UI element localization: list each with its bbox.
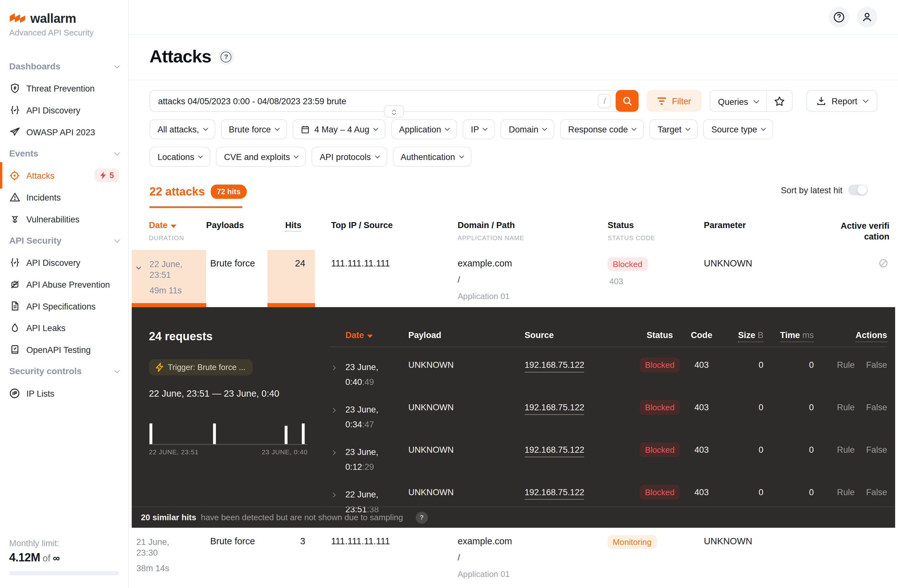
sidebar-item-api-specifications[interactable]: API Specifications [0,295,128,317]
sidebar-section-events[interactable]: Events [0,143,128,165]
false-link[interactable]: False [866,487,887,497]
attack-domain-cell[interactable]: example.com / Application 01 [458,250,607,307]
chevron-down-icon [632,126,637,131]
sidebar-item-incidents[interactable]: Incidents [0,186,128,208]
sidebar-item-owasp-api-2023[interactable]: OWASP API 2023 [0,121,128,143]
attack-row-expanded[interactable]: 22 June,23:51 49m 11s Brute force 24 111… [132,250,895,307]
filter-chip-ip[interactable]: IP [463,119,495,139]
collapse-chevron-icon[interactable] [137,260,140,271]
rule-link[interactable]: Rule [837,445,855,455]
filter-chip-brute-force[interactable]: Brute force [221,119,287,139]
filter-chip-all-attacks[interactable]: All attacks, [149,119,215,139]
attack-hits[interactable]: 24 [268,250,315,307]
filter-chip-source-type[interactable]: Source type [703,119,773,139]
req-column-size[interactable]: Size B [720,330,763,340]
false-link[interactable]: False [866,360,887,370]
sidebar-item-attacks[interactable]: Attacks 5 [0,165,128,186]
sidebar-item-api-discovery-2[interactable]: API Discovery [0,252,128,273]
queries-group: Queries [709,90,793,112]
favorite-query-button[interactable] [767,91,792,112]
column-header-top-ip[interactable]: Top IP / Source [315,220,458,242]
page-help-button[interactable]: ? [218,49,234,65]
req-column-source[interactable]: Source [525,330,634,340]
req-column-code[interactable]: Code [683,330,720,340]
attack-top-ip[interactable]: 111.111.11.111 [315,528,458,585]
expand-chevron-icon[interactable] [329,402,346,414]
column-header-domain[interactable]: Domain / Path APPLICATION NAME [458,220,607,242]
filter-chip-cve-exploits[interactable]: CVE and exploits [216,147,306,167]
attack-domain[interactable]: example.com [458,259,607,269]
attack-active-verification-cell[interactable] [818,250,895,307]
sidebar-section-security-controls[interactable]: Security controls [0,360,128,382]
expand-chevron-icon[interactable] [329,487,346,499]
chevron-down-icon [753,98,759,103]
trigger-chip[interactable]: Trigger: Brute force ... [149,359,252,376]
column-header-date[interactable]: Date DURATION [132,220,206,242]
filter-chip-response-code[interactable]: Response code [560,119,644,139]
search-input[interactable] [150,96,598,106]
filter-chip-api-protocols[interactable]: API protocols [312,147,387,167]
false-link[interactable]: False [866,402,887,412]
sidebar-section-api-security[interactable]: API Security [0,230,128,252]
column-header-parameter[interactable]: Parameter [704,220,818,242]
filter-chip-authentication[interactable]: Authentication [393,147,471,167]
filter-chip-locations[interactable]: Locations [149,147,210,167]
attack-payload[interactable]: Brute force [206,528,268,585]
rule-link[interactable]: Rule [837,360,855,370]
sidebar-item-threat-prevention[interactable]: Threat Prevention [0,77,128,99]
attack-date-cell[interactable]: 21 June,23:30 38m 14s [132,528,206,585]
sidebar-item-openapi-testing[interactable]: OpenAPI Testing [0,339,128,360]
expand-chevron-icon[interactable] [329,360,346,372]
filter-button[interactable]: Filter [647,90,701,112]
search-button[interactable] [616,90,639,112]
column-header-status[interactable]: Status STATUS CODE [607,220,704,242]
report-button[interactable]: Report [806,90,877,112]
queries-button[interactable]: Queries [710,91,766,112]
rule-link[interactable]: Rule [837,402,855,412]
expand-chevron-icon[interactable] [329,445,346,457]
req-column-date[interactable]: Date [346,330,409,340]
attack-domain[interactable]: example.com [458,536,607,547]
request-source[interactable]: 192.168.75.122 [525,402,634,412]
req-column-status[interactable]: Status [636,330,683,340]
request-source[interactable]: 192.168.75.122 [525,445,634,455]
request-actions: RuleFalse [814,360,887,370]
chevron-down-icon [198,153,203,158]
column-header-active-verification[interactable]: Active verification [818,220,895,242]
column-header-hits[interactable]: Hits [268,220,315,242]
req-column-payload[interactable]: Payload [409,330,525,340]
sidebar-item-api-abuse-prevention[interactable]: API Abuse Prevention [0,273,128,295]
attack-date-cell[interactable]: 22 June,23:51 49m 11s [132,250,206,307]
filter-chip-target[interactable]: Target [650,119,698,139]
sampling-help-button[interactable]: ? [416,511,428,523]
attack-hits[interactable]: 3 [268,528,315,585]
req-column-actions[interactable]: Actions [814,330,887,340]
request-row[interactable]: 23 June,0:12:29 UNKNOWN 192.168.75.122 B… [329,445,887,474]
sidebar-item-vulnerabilities[interactable]: Vulnerabilities [0,208,128,230]
request-source[interactable]: 192.168.75.122 [525,360,634,370]
sidebar-item-api-leaks[interactable]: API Leaks [0,317,128,339]
req-column-time[interactable]: Time ms [763,330,814,340]
sidebar-item-api-discovery[interactable]: API Discovery [0,99,128,121]
false-link[interactable]: False [866,445,887,455]
filter-chip-domain[interactable]: Domain [501,119,554,139]
help-button[interactable] [829,7,849,28]
column-header-payloads[interactable]: Payloads [206,220,268,242]
filter-chip-application[interactable]: Application [391,119,457,139]
user-menu-button[interactable] [857,7,877,28]
request-row[interactable]: 23 June,0:34:47 UNKNOWN 192.168.75.122 B… [329,402,887,432]
sidebar-section-dashboards[interactable]: Dashboards [0,55,128,77]
request-row[interactable]: 23 June,0:40:49 UNKNOWN 192.168.75.122 B… [329,360,887,390]
attack-top-ip[interactable]: 111.111.11.111 [315,250,458,307]
status-badge: Blocked [640,358,680,373]
rule-link[interactable]: Rule [837,487,855,497]
attack-payload[interactable]: Brute force [206,250,268,307]
attack-domain-cell[interactable]: example.com / Application 01 [458,528,607,585]
sidebar-item-ip-lists[interactable]: IP Lists [0,382,128,404]
request-source[interactable]: 192.168.75.122 [525,487,634,497]
download-icon [816,96,826,106]
attack-row[interactable]: 21 June,23:30 38m 14s Brute force 3 111.… [132,528,895,585]
sort-by-latest-hit-toggle[interactable] [848,185,867,195]
search-expand-toggle[interactable] [384,106,404,117]
filter-chip-date-range[interactable]: 4 May – 4 Aug [292,119,385,139]
